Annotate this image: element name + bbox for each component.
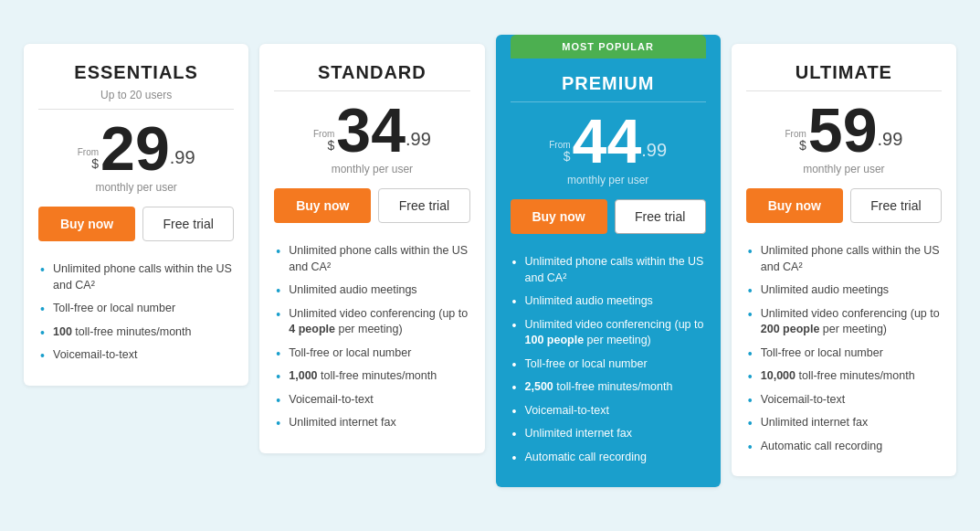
pricing-container: ESSENTIALSUp to 20 users From $ 29 .99 m… bbox=[9, 44, 971, 487]
plan-divider-premium bbox=[511, 101, 706, 102]
plan-divider-standard bbox=[274, 90, 469, 91]
feature-item: Voicemail-to-text bbox=[511, 399, 706, 423]
feature-item: Unlimited audio meetings bbox=[511, 290, 706, 313]
plan-card-essentials: ESSENTIALSUp to 20 users From $ 29 .99 m… bbox=[24, 44, 248, 386]
price-main-essentials: 29 bbox=[100, 117, 170, 179]
feature-item: Unlimited audio meetings bbox=[746, 279, 942, 303]
feature-item: Unlimited internet fax bbox=[511, 422, 706, 446]
feature-item: 1,000 toll-free minutes/month bbox=[274, 365, 469, 388]
feature-item: Unlimited internet fax bbox=[746, 411, 942, 435]
feature-item: Unlimited audio meetings bbox=[274, 279, 469, 303]
price-cents-ultimate: .99 bbox=[877, 129, 902, 161]
feature-item: Unlimited phone calls within the US and … bbox=[274, 239, 469, 279]
price-from-dollar-premium: From $ bbox=[549, 141, 570, 172]
feature-item: Toll-free or local number bbox=[274, 342, 469, 366]
feature-item: Automatic call recording bbox=[746, 435, 942, 459]
plan-divider-ultimate bbox=[746, 90, 942, 91]
price-block-premium: From $ 44 .99 bbox=[511, 110, 706, 172]
feature-item: Voicemail-to-text bbox=[274, 388, 469, 412]
feature-item: 100 toll-free minutes/month bbox=[38, 321, 234, 345]
plan-card-standard: STANDARD From $ 34 .99 monthly per user … bbox=[259, 44, 484, 453]
buy-button-ultimate[interactable]: Buy now bbox=[746, 188, 843, 223]
most-popular-badge: MOST POPULAR bbox=[511, 35, 706, 58]
btn-row-premium: Buy now Free trial bbox=[511, 199, 706, 234]
price-period-premium: monthly per user bbox=[511, 174, 706, 186]
plan-name-standard: STANDARD bbox=[274, 62, 469, 83]
feature-list-premium: Unlimited phone calls within the US and … bbox=[511, 250, 706, 469]
feature-list-ultimate: Unlimited phone calls within the US and … bbox=[746, 239, 942, 458]
feature-list-essentials: Unlimited phone calls within the US and … bbox=[38, 258, 234, 367]
price-period-ultimate: monthly per user bbox=[746, 163, 942, 175]
price-period-standard: monthly per user bbox=[274, 163, 469, 175]
feature-item: Toll-free or local number bbox=[511, 353, 706, 377]
feature-item: Voicemail-to-text bbox=[746, 388, 942, 412]
price-from-dollar-ultimate: From $ bbox=[785, 130, 806, 161]
price-block-ultimate: From $ 59 .99 bbox=[746, 99, 942, 161]
buy-button-essentials[interactable]: Buy now bbox=[38, 207, 135, 241]
price-dollar-ultimate: $ bbox=[799, 139, 806, 152]
price-dollar-essentials: $ bbox=[91, 157, 99, 170]
feature-item: Automatic call recording bbox=[511, 446, 706, 470]
plan-name-premium: PREMIUM bbox=[511, 73, 706, 94]
price-cents-essentials: .99 bbox=[170, 147, 195, 179]
plan-name-essentials: ESSENTIALS bbox=[38, 62, 234, 83]
feature-item: Voicemail-to-text bbox=[38, 344, 234, 367]
price-from-dollar-standard: From $ bbox=[313, 130, 334, 161]
feature-item: Unlimited video conferencing (up to 200 … bbox=[746, 303, 942, 342]
plan-subtitle-essentials: Up to 20 users bbox=[38, 89, 234, 101]
trial-button-ultimate[interactable]: Free trial bbox=[850, 188, 942, 223]
trial-button-standard[interactable]: Free trial bbox=[378, 188, 469, 223]
feature-item: Toll-free or local number bbox=[746, 342, 942, 366]
feature-list-standard: Unlimited phone calls within the US and … bbox=[274, 239, 469, 435]
plan-card-premium: MOST POPULARPREMIUM From $ 44 .99 monthl… bbox=[496, 35, 721, 487]
trial-button-essentials[interactable]: Free trial bbox=[142, 207, 234, 241]
btn-row-standard: Buy now Free trial bbox=[274, 188, 469, 223]
btn-row-essentials: Buy now Free trial bbox=[38, 207, 234, 241]
feature-item: Unlimited phone calls within the US and … bbox=[746, 239, 942, 279]
price-dollar-standard: $ bbox=[328, 139, 335, 152]
feature-item: Unlimited phone calls within the US and … bbox=[511, 250, 706, 290]
plan-card-ultimate: ULTIMATE From $ 59 .99 monthly per user … bbox=[732, 44, 956, 476]
trial-button-premium[interactable]: Free trial bbox=[615, 199, 706, 234]
feature-item: Unlimited video conferencing (up to 100 … bbox=[511, 313, 706, 353]
price-period-essentials: monthly per user bbox=[38, 181, 234, 194]
price-main-premium: 44 bbox=[573, 110, 642, 172]
feature-item: 2,500 toll-free minutes/month bbox=[511, 376, 706, 399]
buy-button-premium[interactable]: Buy now bbox=[511, 199, 607, 234]
feature-item: Unlimited video conferencing (up to 4 pe… bbox=[274, 303, 469, 342]
feature-item: Unlimited internet fax bbox=[274, 411, 469, 435]
feature-item: Unlimited phone calls within the US and … bbox=[38, 258, 234, 297]
btn-row-ultimate: Buy now Free trial bbox=[746, 188, 942, 223]
feature-item: Toll-free or local number bbox=[38, 297, 234, 321]
price-from-dollar-essentials: From $ bbox=[78, 148, 99, 179]
price-dollar-premium: $ bbox=[564, 150, 571, 163]
price-cents-premium: .99 bbox=[641, 140, 667, 172]
feature-item: 10,000 toll-free minutes/month bbox=[746, 365, 942, 388]
price-cents-standard: .99 bbox=[406, 129, 431, 161]
plan-divider-essentials bbox=[38, 109, 234, 110]
price-main-ultimate: 59 bbox=[808, 99, 878, 161]
price-block-essentials: From $ 29 .99 bbox=[38, 117, 234, 179]
price-main-standard: 34 bbox=[336, 99, 406, 161]
plan-name-ultimate: ULTIMATE bbox=[746, 62, 942, 83]
price-block-standard: From $ 34 .99 bbox=[274, 99, 469, 161]
buy-button-standard[interactable]: Buy now bbox=[274, 188, 371, 223]
